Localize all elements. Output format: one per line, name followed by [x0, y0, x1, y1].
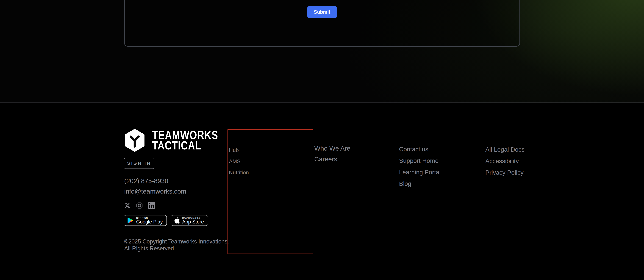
- page: Submit TEAMWORKS TACTICAL: [0, 0, 644, 280]
- footer-column-company: Who We Are Careers: [314, 145, 350, 163]
- footer-link-who-we-are[interactable]: Who We Are: [314, 145, 350, 152]
- footer-link-ams[interactable]: AMS: [229, 159, 249, 164]
- form-panel: Submit: [124, 0, 520, 47]
- footer-column-support: Contact us Support Home Learning Portal …: [399, 146, 441, 187]
- social-links: [124, 202, 155, 209]
- footer: TEAMWORKS TACTICAL SIGN IN (202) 875-893…: [0, 103, 644, 280]
- footer-link-nutrition[interactable]: Nutrition: [229, 170, 249, 175]
- instagram-icon[interactable]: [136, 202, 143, 209]
- footer-link-accessibility[interactable]: Accessibility: [485, 158, 524, 164]
- footer-link-privacy-policy[interactable]: Privacy Policy: [485, 170, 524, 176]
- google-play-icon: [127, 217, 134, 224]
- footer-link-contact-us[interactable]: Contact us: [399, 146, 441, 152]
- linkedin-icon[interactable]: [148, 202, 155, 209]
- x-twitter-icon[interactable]: [124, 202, 131, 209]
- app-store-tagline: Download on the: [182, 217, 204, 219]
- email-link[interactable]: info@teamworks.com: [124, 188, 186, 195]
- phone-link[interactable]: (202) 875-8930: [124, 177, 168, 185]
- google-play-label: Google Play: [136, 219, 163, 224]
- app-store-badge[interactable]: Download on the App Store: [171, 215, 208, 226]
- submit-button[interactable]: Submit: [308, 6, 337, 18]
- footer-column-products: Hub AMS Nutrition: [229, 148, 249, 175]
- sign-in-button[interactable]: SIGN IN: [124, 158, 154, 169]
- brand-name: TEAMWORKS TACTICAL: [152, 130, 218, 151]
- footer-link-learning-portal[interactable]: Learning Portal: [399, 169, 441, 175]
- app-store-label: App Store: [182, 219, 204, 224]
- footer-link-all-legal-docs[interactable]: All Legal Docs: [485, 147, 524, 153]
- footer-link-blog[interactable]: Blog: [399, 181, 441, 187]
- footer-link-hub[interactable]: Hub: [229, 148, 249, 153]
- app-badges: GET IT ON Google Play Download on the Ap…: [124, 215, 208, 226]
- apple-icon: [174, 217, 180, 224]
- footer-link-support-home[interactable]: Support Home: [399, 158, 441, 164]
- google-play-tagline: GET IT ON: [136, 217, 163, 219]
- brand-logo-link[interactable]: TEAMWORKS TACTICAL: [124, 129, 232, 152]
- form-section: Submit: [0, 0, 644, 103]
- hexagon-y-logo-icon: [124, 129, 146, 152]
- copyright: ©2025 Copyright Teamworks Innovations. A…: [124, 238, 229, 252]
- footer-link-careers[interactable]: Careers: [314, 156, 350, 163]
- footer-column-legal: All Legal Docs Accessibility Privacy Pol…: [485, 147, 524, 176]
- google-play-badge[interactable]: GET IT ON Google Play: [124, 215, 167, 226]
